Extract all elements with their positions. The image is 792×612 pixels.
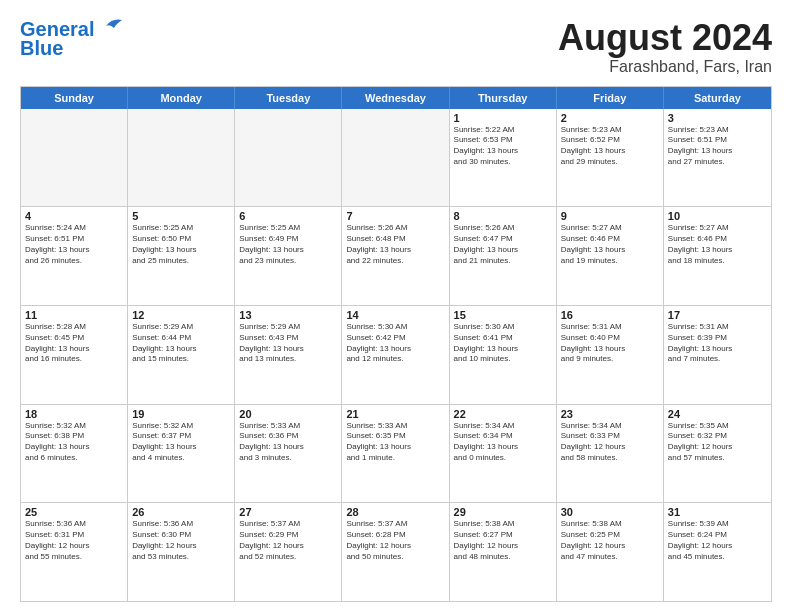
day-info: Sunrise: 5:35 AM [668, 421, 767, 432]
day-info: Sunset: 6:40 PM [561, 333, 659, 344]
day-info: Daylight: 13 hours [561, 146, 659, 157]
day-info: Daylight: 12 hours [561, 541, 659, 552]
day-info: Sunrise: 5:36 AM [132, 519, 230, 530]
day-number: 9 [561, 210, 659, 222]
day-info: Sunset: 6:45 PM [25, 333, 123, 344]
day-number: 16 [561, 309, 659, 321]
day-info: Daylight: 12 hours [454, 541, 552, 552]
day-info: Sunset: 6:31 PM [25, 530, 123, 541]
header: General Blue August 2024 Farashband, Far… [20, 18, 772, 76]
day-info: Sunrise: 5:30 AM [346, 322, 444, 333]
day-info: Sunset: 6:51 PM [25, 234, 123, 245]
day-info: and 23 minutes. [239, 256, 337, 267]
header-friday: Friday [557, 87, 664, 109]
day-info: Daylight: 13 hours [25, 245, 123, 256]
day-info: Daylight: 13 hours [239, 245, 337, 256]
day-info: Daylight: 12 hours [561, 442, 659, 453]
day-info: and 13 minutes. [239, 354, 337, 365]
main-title: August 2024 [558, 18, 772, 58]
table-row [128, 109, 235, 207]
day-info: Sunrise: 5:32 AM [25, 421, 123, 432]
day-info: Daylight: 13 hours [132, 442, 230, 453]
day-info: Sunset: 6:49 PM [239, 234, 337, 245]
header-saturday: Saturday [664, 87, 771, 109]
day-info: and 47 minutes. [561, 552, 659, 563]
day-info: Sunrise: 5:34 AM [561, 421, 659, 432]
table-row: 7Sunrise: 5:26 AMSunset: 6:48 PMDaylight… [342, 207, 449, 305]
day-info: Daylight: 13 hours [454, 442, 552, 453]
day-info: Sunset: 6:37 PM [132, 431, 230, 442]
day-info: Daylight: 12 hours [668, 541, 767, 552]
day-number: 19 [132, 408, 230, 420]
day-info: Sunset: 6:36 PM [239, 431, 337, 442]
calendar-body: 1Sunrise: 5:22 AMSunset: 6:53 PMDaylight… [21, 109, 771, 601]
day-number: 23 [561, 408, 659, 420]
table-row: 14Sunrise: 5:30 AMSunset: 6:42 PMDayligh… [342, 306, 449, 404]
week-row-1: 1Sunrise: 5:22 AMSunset: 6:53 PMDaylight… [21, 109, 771, 208]
day-info: Sunrise: 5:38 AM [561, 519, 659, 530]
header-wednesday: Wednesday [342, 87, 449, 109]
day-info: Sunrise: 5:26 AM [454, 223, 552, 234]
day-info: and 58 minutes. [561, 453, 659, 464]
table-row: 30Sunrise: 5:38 AMSunset: 6:25 PMDayligh… [557, 503, 664, 601]
table-row: 19Sunrise: 5:32 AMSunset: 6:37 PMDayligh… [128, 405, 235, 503]
day-info: Sunset: 6:29 PM [239, 530, 337, 541]
day-info: Sunset: 6:46 PM [668, 234, 767, 245]
logo-bird-icon [96, 16, 124, 36]
day-info: and 4 minutes. [132, 453, 230, 464]
day-info: and 18 minutes. [668, 256, 767, 267]
day-info: and 7 minutes. [668, 354, 767, 365]
header-tuesday: Tuesday [235, 87, 342, 109]
day-number: 11 [25, 309, 123, 321]
day-info: Sunrise: 5:36 AM [25, 519, 123, 530]
day-info: and 30 minutes. [454, 157, 552, 168]
day-info: Sunrise: 5:31 AM [561, 322, 659, 333]
day-info: Sunset: 6:51 PM [668, 135, 767, 146]
day-info: Sunset: 6:48 PM [346, 234, 444, 245]
day-info: and 25 minutes. [132, 256, 230, 267]
day-info: Sunrise: 5:29 AM [239, 322, 337, 333]
table-row: 22Sunrise: 5:34 AMSunset: 6:34 PMDayligh… [450, 405, 557, 503]
day-info: Daylight: 13 hours [132, 245, 230, 256]
table-row: 10Sunrise: 5:27 AMSunset: 6:46 PMDayligh… [664, 207, 771, 305]
day-info: and 50 minutes. [346, 552, 444, 563]
day-info: Sunset: 6:28 PM [346, 530, 444, 541]
day-info: and 0 minutes. [454, 453, 552, 464]
table-row: 15Sunrise: 5:30 AMSunset: 6:41 PMDayligh… [450, 306, 557, 404]
day-info: Daylight: 13 hours [239, 442, 337, 453]
day-info: and 6 minutes. [25, 453, 123, 464]
day-info: Daylight: 12 hours [239, 541, 337, 552]
table-row: 24Sunrise: 5:35 AMSunset: 6:32 PMDayligh… [664, 405, 771, 503]
header-thursday: Thursday [450, 87, 557, 109]
logo-blue-text: Blue [20, 37, 124, 60]
day-info: Sunrise: 5:39 AM [668, 519, 767, 530]
day-info: and 27 minutes. [668, 157, 767, 168]
header-sunday: Sunday [21, 87, 128, 109]
day-info: Sunset: 6:42 PM [346, 333, 444, 344]
day-number: 22 [454, 408, 552, 420]
day-info: Sunset: 6:35 PM [346, 431, 444, 442]
week-row-3: 11Sunrise: 5:28 AMSunset: 6:45 PMDayligh… [21, 306, 771, 405]
day-info: Sunset: 6:32 PM [668, 431, 767, 442]
day-info: Daylight: 13 hours [346, 344, 444, 355]
day-info: Daylight: 13 hours [25, 344, 123, 355]
table-row: 21Sunrise: 5:33 AMSunset: 6:35 PMDayligh… [342, 405, 449, 503]
table-row: 16Sunrise: 5:31 AMSunset: 6:40 PMDayligh… [557, 306, 664, 404]
day-number: 13 [239, 309, 337, 321]
day-info: Daylight: 13 hours [239, 344, 337, 355]
day-info: Sunset: 6:30 PM [132, 530, 230, 541]
day-number: 30 [561, 506, 659, 518]
day-info: Sunrise: 5:30 AM [454, 322, 552, 333]
day-info: and 1 minute. [346, 453, 444, 464]
day-info: Daylight: 12 hours [132, 541, 230, 552]
day-number: 18 [25, 408, 123, 420]
day-info: Sunset: 6:27 PM [454, 530, 552, 541]
day-info: Daylight: 12 hours [668, 442, 767, 453]
day-number: 6 [239, 210, 337, 222]
day-number: 27 [239, 506, 337, 518]
day-info: and 21 minutes. [454, 256, 552, 267]
day-info: Sunset: 6:41 PM [454, 333, 552, 344]
day-info: Daylight: 13 hours [454, 344, 552, 355]
table-row: 23Sunrise: 5:34 AMSunset: 6:33 PMDayligh… [557, 405, 664, 503]
day-number: 17 [668, 309, 767, 321]
